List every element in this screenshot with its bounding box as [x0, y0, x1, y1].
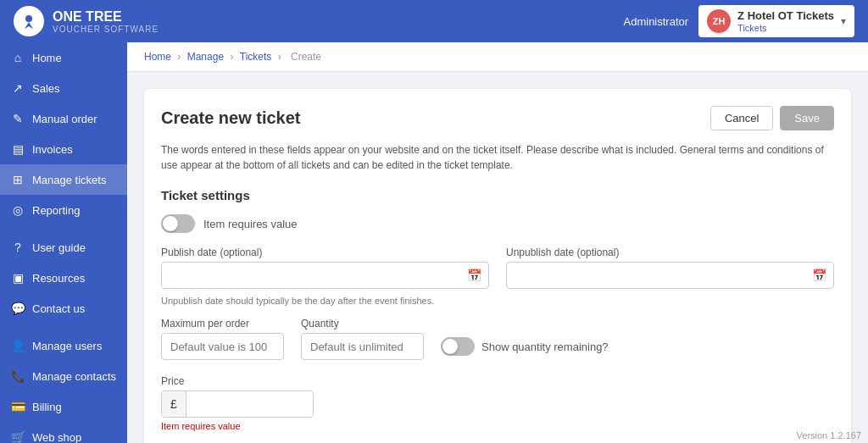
sidebar-item-manual-order[interactable]: ✎ Manual order: [0, 103, 127, 134]
unpublish-date-group: Unpublish date (optional) 📅: [506, 246, 834, 289]
chevron-down-icon: ▾: [841, 15, 846, 27]
quantity-input[interactable]: [301, 333, 424, 360]
save-button[interactable]: Save: [780, 106, 834, 130]
invoices-icon: ▤: [10, 142, 25, 156]
publish-date-group: Publish date (optional) 📅: [161, 246, 489, 289]
unpublish-date-input[interactable]: [507, 269, 805, 282]
price-label: Price: [161, 375, 184, 387]
show-qty-group: Show quantity remaining?: [441, 337, 609, 360]
sidebar-item-label: Manage users: [32, 340, 102, 352]
form-description: The words entered in these fields appear…: [161, 142, 834, 173]
calendar-icon: 📅: [460, 269, 488, 282]
manual-order-icon: ✎: [10, 112, 25, 125]
sidebar-item-label: Home: [32, 52, 62, 64]
sidebar-item-label: Invoices: [32, 143, 73, 156]
org-selector[interactable]: ZH Z Hotel OT Tickets Tickets ▾: [698, 5, 854, 37]
sidebar-item-label: Reporting: [32, 204, 80, 217]
sidebar-item-manage-tickets[interactable]: ⊞ Manage tickets: [0, 164, 127, 195]
sidebar-item-label: Manual order: [32, 113, 97, 125]
date-fields-row: Publish date (optional) 📅 Unpublish date…: [161, 246, 834, 289]
breadcrumb-home[interactable]: Home: [144, 51, 171, 63]
header-right: Administrator ZH Z Hotel OT Tickets Tick…: [624, 5, 854, 37]
ticket-settings-header: Ticket settings: [161, 188, 834, 202]
layout: ⌂ Home ↗ Sales ✎ Manual order ▤ Invoices…: [0, 42, 868, 443]
publish-date-input-wrapper: 📅: [161, 262, 489, 289]
user-guide-icon: ?: [10, 241, 25, 254]
org-avatar: ZH: [707, 9, 731, 33]
sidebar-item-home[interactable]: ⌂ Home: [0, 42, 127, 73]
sidebar-item-label: Contact us: [32, 302, 85, 315]
sidebar-item-user-guide[interactable]: ? User guide: [0, 232, 127, 263]
date-hint: Unpublish date should typically be the d…: [161, 296, 834, 306]
breadcrumb-sep1: ›: [177, 51, 183, 63]
sales-icon: ↗: [10, 81, 25, 95]
sidebar-item-resources[interactable]: ▣ Resources: [0, 263, 127, 293]
item-requires-value-toggle[interactable]: [161, 214, 195, 233]
sidebar-item-manage-contacts[interactable]: 📞 Manage contacts: [0, 361, 127, 391]
unpublish-date-input-wrapper: 📅: [506, 262, 834, 289]
sidebar-item-web-shop[interactable]: 🛒 Web shop: [0, 422, 127, 443]
org-sub: Tickets: [737, 23, 834, 33]
show-qty-label: Show quantity remaining?: [481, 341, 609, 353]
price-hint: Item requires value: [161, 421, 834, 431]
reporting-icon: ◎: [10, 203, 25, 217]
main-content: Home › Manage › Tickets › Create Create …: [127, 42, 868, 443]
org-info: Z Hotel OT Tickets Tickets: [737, 9, 834, 33]
sidebar-item-label: Manage tickets: [32, 174, 106, 186]
svg-point-0: [25, 15, 32, 22]
breadcrumb-tickets[interactable]: Tickets: [240, 51, 272, 63]
manage-contacts-icon: 📞: [10, 369, 25, 383]
version-label: Version 1.2.167: [790, 428, 868, 443]
quantity-group: Quantity: [301, 318, 424, 360]
max-per-order-group: Maximum per order: [161, 318, 284, 360]
manage-tickets-icon: ⊞: [10, 173, 25, 186]
sidebar-item-label: Billing: [32, 401, 62, 413]
max-per-order-label: Maximum per order: [161, 318, 284, 329]
sidebar-item-label: Resources: [32, 272, 85, 285]
show-qty-toggle[interactable]: [441, 337, 475, 356]
publish-date-input[interactable]: [162, 269, 460, 282]
contact-us-icon: 💬: [10, 302, 25, 315]
sidebar-item-billing[interactable]: 💳 Billing: [0, 391, 127, 422]
logo-sub: VOUCHER SOFTWARE: [53, 25, 159, 34]
form-card: Create new ticket Cancel Save The words …: [144, 89, 851, 443]
logo: ONE TREE VOUCHER SOFTWARE: [14, 6, 159, 36]
sidebar-item-sales[interactable]: ↗ Sales: [0, 73, 127, 103]
org-name: Z Hotel OT Tickets: [737, 9, 834, 23]
calendar-icon-2: 📅: [805, 269, 833, 282]
logo-text: ONE TREE VOUCHER SOFTWARE: [53, 8, 159, 34]
web-shop-icon: 🛒: [10, 430, 25, 443]
content-area: Create new ticket Cancel Save The words …: [127, 72, 868, 443]
price-input-wrapper: £: [161, 390, 314, 418]
sidebar-item-contact-us[interactable]: 💬 Contact us: [0, 293, 127, 324]
unpublish-date-label: Unpublish date (optional): [506, 246, 834, 258]
sidebar: ⌂ Home ↗ Sales ✎ Manual order ▤ Invoices…: [0, 42, 127, 443]
sidebar-item-manage-users[interactable]: 👤 Manage users: [0, 330, 127, 361]
breadcrumb-sep2: ›: [230, 51, 236, 63]
cancel-button[interactable]: Cancel: [710, 106, 773, 130]
home-icon: ⌂: [10, 51, 25, 64]
resources-icon: ▣: [10, 271, 25, 285]
sidebar-item-label: Sales: [32, 82, 60, 95]
publish-date-label: Publish date (optional): [161, 246, 489, 258]
max-per-order-input[interactable]: [161, 333, 284, 360]
price-section: Price £ Item requires value: [161, 374, 834, 431]
breadcrumb: Home › Manage › Tickets › Create: [127, 42, 868, 72]
logo-title: ONE TREE: [53, 8, 159, 25]
sidebar-item-label: Manage contacts: [32, 370, 116, 383]
form-title: Create new ticket: [161, 108, 301, 128]
currency-symbol: £: [162, 391, 186, 417]
form-buttons: Cancel Save: [710, 106, 834, 130]
sidebar-item-invoices[interactable]: ▤ Invoices: [0, 134, 127, 164]
breadcrumb-sep3: ›: [278, 51, 284, 63]
app-header: ONE TREE VOUCHER SOFTWARE Administrator …: [0, 0, 868, 42]
sidebar-item-label: Web shop: [32, 431, 81, 444]
manage-users-icon: 👤: [10, 339, 25, 352]
breadcrumb-manage[interactable]: Manage: [187, 51, 224, 63]
quantity-row: Maximum per order Quantity Show quantity…: [161, 318, 834, 360]
logo-icon: [14, 6, 44, 36]
breadcrumb-create: Create: [291, 51, 321, 63]
quantity-label: Quantity: [301, 318, 424, 329]
sidebar-item-reporting[interactable]: ◎ Reporting: [0, 195, 127, 225]
price-input[interactable]: [186, 398, 314, 411]
